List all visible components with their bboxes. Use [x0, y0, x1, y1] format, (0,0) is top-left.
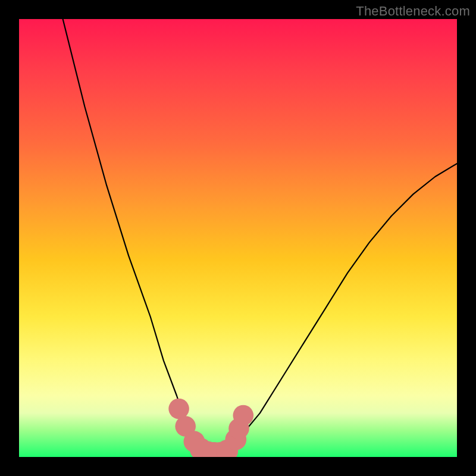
- curve-marker: [175, 416, 196, 437]
- curve-marker: [216, 440, 238, 457]
- curve-marker: [184, 431, 205, 452]
- valley-highlight: [179, 409, 243, 453]
- curve-marker: [228, 418, 249, 439]
- curve-marker: [196, 441, 218, 457]
- plot-area: [19, 19, 457, 457]
- watermark-text: TheBottleneck.com: [356, 4, 470, 19]
- curve-marker: [168, 399, 189, 419]
- curve-marker: [225, 429, 246, 450]
- curve-layer: [19, 19, 457, 457]
- bottleneck-curve: [63, 19, 457, 453]
- curve-marker: [190, 438, 212, 457]
- curve-marker: [202, 442, 225, 457]
- chart-frame: TheBottleneck.com: [0, 0, 476, 476]
- curve-marker: [233, 405, 254, 426]
- curve-marker: [209, 442, 231, 457]
